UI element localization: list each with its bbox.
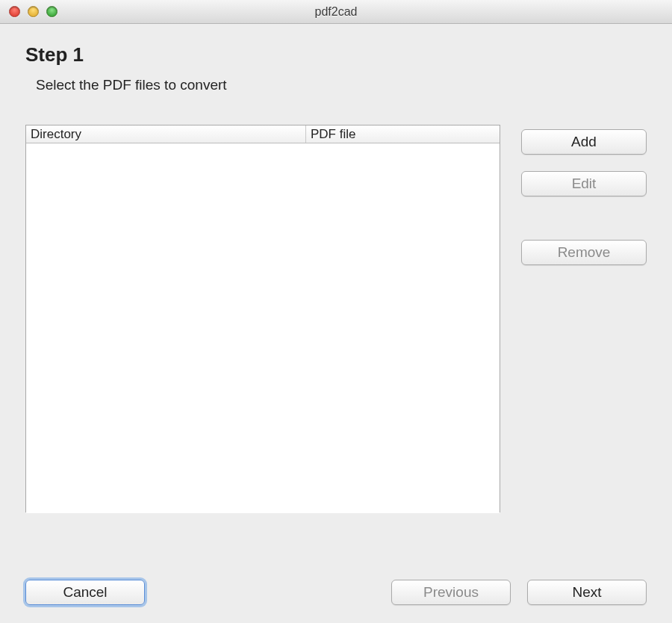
step-subtitle: Select the PDF files to convert [36,77,647,93]
remove-button: Remove [521,240,647,265]
traffic-lights [9,6,57,17]
step-title: Step 1 [25,43,647,66]
next-button[interactable]: Next [527,580,647,605]
minimize-icon[interactable] [28,6,39,17]
window-title: pdf2cad [0,5,672,19]
window-body: Step 1 Select the PDF files to convert D… [0,24,672,623]
table-header: Directory PDF file [26,125,500,143]
close-icon[interactable] [9,6,20,17]
button-gap [521,213,647,223]
file-table[interactable]: Directory PDF file [25,125,500,512]
main-area: Directory PDF file Add Edit Remove [25,125,647,544]
previous-button: Previous [391,580,511,605]
add-button[interactable]: Add [521,129,647,155]
table-body[interactable] [26,143,500,513]
column-header-pdf-file[interactable]: PDF file [306,125,500,143]
zoom-icon[interactable] [46,6,57,17]
side-buttons: Add Edit Remove [521,125,647,544]
titlebar: pdf2cad [0,0,672,24]
footer-buttons: Cancel Previous Next [25,580,647,605]
cancel-button[interactable]: Cancel [25,580,145,605]
column-header-directory[interactable]: Directory [26,125,306,143]
edit-button: Edit [521,171,647,196]
